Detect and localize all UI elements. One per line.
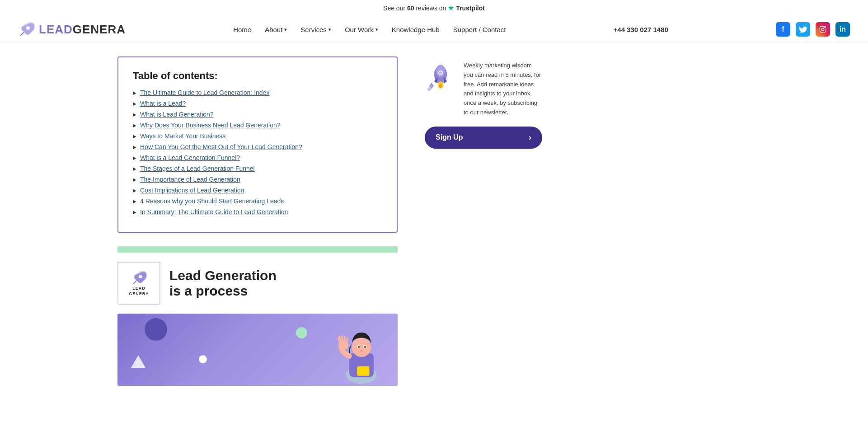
nav-services[interactable]: Services — [300, 26, 331, 33]
list-item: ▶ Why Does Your Business Need Lead Gener… — [133, 122, 382, 129]
list-item: ▶ The Stages of a Lead Generation Funnel — [133, 165, 382, 172]
shape-triangle — [131, 355, 145, 368]
toc-arrow-icon: ▶ — [133, 155, 136, 160]
shape-circle-green — [296, 327, 307, 338]
newsletter-text: Weekly marketing wisdom you can read in … — [464, 61, 542, 117]
logo-rocket-icon — [18, 21, 35, 38]
toc-link-what-is-lead-gen[interactable]: What is Lead Generation? — [140, 111, 214, 118]
signup-label: Sign Up — [436, 133, 463, 141]
list-item: ▶ The Importance of Lead Generation — [133, 176, 382, 183]
toc-arrow-icon: ▶ — [133, 90, 136, 95]
main-content: Table of contents: ▶ The Ultimate Guide … — [0, 43, 868, 399]
toc-link-stages-funnel[interactable]: The Stages of a Lead Generation Funnel — [140, 165, 255, 172]
lead-generation-card: LEADGENERA Lead Generation is a process — [117, 262, 398, 305]
toc-arrow-icon: ▶ — [133, 177, 136, 182]
twitter-icon[interactable] — [796, 22, 810, 37]
toc-link-ways-to-market[interactable]: Ways to Market Your Business — [140, 132, 225, 140]
svg-point-17 — [439, 71, 442, 74]
list-item: ▶ What is a Lead? — [133, 100, 382, 107]
svg-point-12 — [364, 346, 366, 348]
toc-link-cost-implications[interactable]: Cost Implications of Lead Generation — [140, 187, 244, 194]
list-item: ▶ Cost Implications of Lead Generation — [133, 187, 382, 194]
toc-link-4-reasons[interactable]: 4 Reasons why you Should Start Generatin… — [140, 197, 284, 205]
newsletter-top: Weekly marketing wisdom you can read in … — [425, 61, 542, 117]
nav-about[interactable]: About — [265, 26, 287, 33]
toc-link-importance[interactable]: The Importance of Lead Generation — [140, 176, 240, 183]
right-sidebar: Weekly marketing wisdom you can read in … — [425, 56, 542, 386]
newsletter-widget: Weekly marketing wisdom you can read in … — [425, 56, 542, 153]
lead-generation-image — [117, 314, 398, 386]
toc-link-funnel[interactable]: What is a Lead Generation Funnel? — [140, 154, 240, 161]
shape-circle-white — [199, 355, 207, 363]
svg-rect-7 — [357, 366, 369, 376]
toc-arrow-icon: ▶ — [133, 188, 136, 193]
lead-genera-logo-icon — [131, 270, 147, 286]
svg-rect-1 — [820, 26, 826, 32]
list-item: ▶ How Can You Get the Most Out of Your L… — [133, 143, 382, 150]
list-item: ▶ In Summary: The Ultimate Guide to Lead… — [133, 208, 382, 216]
svg-point-0 — [26, 26, 30, 30]
toc-arrow-icon: ▶ — [133, 199, 136, 204]
logo[interactable]: LEADGENERA — [18, 21, 126, 38]
phone-number: +44 330 027 1480 — [614, 26, 668, 33]
toc-arrow-icon: ▶ — [133, 210, 136, 215]
lead-generation-heading: Lead Generation is a process — [169, 268, 277, 299]
linkedin-icon[interactable]: in — [835, 22, 850, 37]
toc-list: ▶ The Ultimate Guide to Lead Generation:… — [133, 89, 382, 216]
toc-link-index[interactable]: The Ultimate Guide to Lead Generation: I… — [140, 89, 269, 96]
list-item: ▶ Ways to Market Your Business — [133, 132, 382, 140]
lead-genera-logo-text: LEADGENERA — [129, 286, 149, 296]
header: LEADGENERA Home About Services Our Work … — [0, 16, 868, 43]
nav-home[interactable]: Home — [233, 26, 251, 33]
toc-arrow-icon: ▶ — [133, 134, 136, 139]
toc-arrow-icon: ▶ — [133, 145, 136, 150]
trustpilot-text: See our 60 reviews on ★ Trustpilot — [383, 5, 485, 12]
main-nav: Home About Services Our Work Knowledge H… — [233, 26, 506, 33]
facebook-icon[interactable]: f — [776, 22, 790, 37]
lead-genera-logo-box: LEADGENERA — [117, 262, 160, 305]
signup-chevron-icon: › — [529, 133, 531, 142]
instagram-icon[interactable] — [816, 22, 830, 37]
green-divider — [117, 246, 398, 253]
svg-point-11 — [358, 346, 360, 348]
toc-link-what-is-lead[interactable]: What is a Lead? — [140, 100, 186, 107]
toc-link-why-business[interactable]: Why Does Your Business Need Lead Generat… — [140, 122, 281, 129]
toc-arrow-icon: ▶ — [133, 112, 136, 117]
toc-title: Table of contents: — [133, 70, 382, 82]
table-of-contents: Table of contents: ▶ The Ultimate Guide … — [117, 56, 398, 233]
toc-arrow-icon: ▶ — [133, 101, 136, 106]
signup-button[interactable]: Sign Up › — [425, 127, 542, 149]
person-illustration — [325, 316, 398, 386]
trustpilot-star-icon: ★ — [448, 4, 454, 12]
svg-point-2 — [821, 28, 824, 30]
svg-point-3 — [824, 27, 825, 28]
toc-link-get-most-out[interactable]: How Can You Get the Most Out of Your Lea… — [140, 143, 302, 150]
list-item: ▶ The Ultimate Guide to Lead Generation:… — [133, 89, 382, 96]
toc-arrow-icon: ▶ — [133, 123, 136, 128]
toc-arrow-icon: ▶ — [133, 166, 136, 171]
toc-link-in-summary[interactable]: In Summary: The Ultimate Guide to Lead G… — [140, 208, 288, 216]
svg-point-19 — [439, 84, 442, 88]
nav-our-work[interactable]: Our Work — [345, 26, 378, 33]
logo-text: LEADGENERA — [39, 23, 126, 37]
list-item: ▶ What is Lead Generation? — [133, 111, 382, 118]
social-icons: f in — [776, 22, 850, 37]
list-item: ▶ 4 Reasons why you Should Start Generat… — [133, 197, 382, 205]
list-item: ▶ What is a Lead Generation Funnel? — [133, 154, 382, 161]
rocket-newsletter-icon — [425, 61, 456, 93]
svg-point-4 — [139, 275, 142, 278]
left-content: Table of contents: ▶ The Ultimate Guide … — [117, 56, 398, 386]
svg-point-8 — [352, 338, 371, 357]
shape-circle-large — [145, 318, 167, 341]
nav-support-contact[interactable]: Support / Contact — [453, 26, 506, 33]
nav-knowledge-hub[interactable]: Knowledge Hub — [392, 26, 440, 33]
trustpilot-bar: See our 60 reviews on ★ Trustpilot — [0, 0, 868, 16]
